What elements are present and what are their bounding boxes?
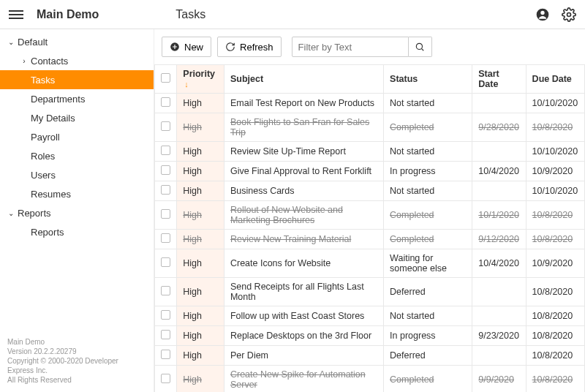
svg-point-1 xyxy=(540,10,544,14)
nav-item[interactable]: Departments xyxy=(0,89,154,108)
row-priority: High xyxy=(177,181,224,201)
row-checkbox-cell[interactable] xyxy=(155,162,177,181)
row-checkbox-cell[interactable] xyxy=(155,278,177,306)
checkbox-icon[interactable] xyxy=(161,121,170,131)
row-subject: Create New Spike for Automation Server xyxy=(224,366,383,393)
row-due-date: 10/8/2020 xyxy=(526,113,584,142)
filter-search-button[interactable] xyxy=(409,37,432,57)
gear-icon[interactable] xyxy=(562,7,576,22)
nav-item[interactable]: Tasks xyxy=(0,70,154,89)
checkbox-icon[interactable] xyxy=(161,310,170,320)
menu-toggle-icon[interactable] xyxy=(9,7,23,22)
new-button[interactable]: New xyxy=(162,37,211,57)
table-row[interactable]: HighPer DiemDeferred10/8/2020 xyxy=(155,346,585,366)
table-row[interactable]: HighReview New Training MaterialComplete… xyxy=(155,230,585,249)
row-checkbox-cell[interactable] xyxy=(155,201,177,230)
row-status: Waiting for someone else xyxy=(384,249,472,278)
nav-item[interactable]: ›Contacts xyxy=(0,51,154,70)
row-subject: Per Diem xyxy=(224,346,383,366)
col-start-date[interactable]: Start Date xyxy=(472,65,526,94)
table-row[interactable]: HighGive Final Approval to Rent Forklift… xyxy=(155,162,585,181)
col-status[interactable]: Status xyxy=(384,65,472,94)
row-start-date xyxy=(472,181,526,201)
row-status: Deferred xyxy=(384,346,472,366)
table-row[interactable]: HighRollout of New Website and Marketing… xyxy=(155,201,585,230)
row-due-date: 10/8/2020 xyxy=(526,366,584,393)
nav-item[interactable]: Payroll xyxy=(0,127,154,146)
nav-item[interactable]: Roles xyxy=(0,146,154,165)
nav-item-label: Reports xyxy=(31,227,64,238)
col-due-date[interactable]: Due Date xyxy=(526,65,584,94)
checkbox-icon[interactable] xyxy=(161,374,170,383)
col-priority[interactable]: Priority ↓ xyxy=(177,65,224,94)
row-start-date: 10/1/2020 xyxy=(472,201,526,230)
refresh-button[interactable]: Refresh xyxy=(217,37,282,57)
row-priority: High xyxy=(177,326,224,346)
plus-circle-icon xyxy=(170,42,180,52)
row-checkbox-cell[interactable] xyxy=(155,366,177,393)
table-row[interactable]: HighCreate Icons for WebsiteWaiting for … xyxy=(155,249,585,278)
search-icon xyxy=(415,42,425,52)
checkbox-icon[interactable] xyxy=(161,257,170,267)
row-status: Not started xyxy=(384,142,472,162)
checkbox-icon[interactable] xyxy=(161,185,170,195)
table-row[interactable]: HighCreate New Spike for Automation Serv… xyxy=(155,366,585,393)
footer-info: Main Demo Version 20.2.2.20279 Copyright… xyxy=(0,331,154,392)
col-checkbox[interactable] xyxy=(155,65,177,94)
row-subject: Send Receipts for all Flights Last Month xyxy=(224,278,383,306)
col-subject[interactable]: Subject xyxy=(224,65,383,94)
nav-item[interactable]: Reports xyxy=(0,222,154,241)
row-checkbox-cell[interactable] xyxy=(155,181,177,201)
row-status: Not started xyxy=(384,94,472,113)
nav-item[interactable]: Users xyxy=(0,165,154,184)
checkbox-icon[interactable] xyxy=(161,286,170,295)
new-label: New xyxy=(184,42,203,53)
row-checkbox-cell[interactable] xyxy=(155,113,177,142)
nav-item-label: Contacts xyxy=(31,56,68,67)
table-row[interactable]: HighEmail Test Report on New ProductsNot… xyxy=(155,94,585,113)
refresh-label: Refresh xyxy=(240,42,273,53)
table-row[interactable]: HighFollow up with East Coast StoresNot … xyxy=(155,306,585,326)
row-priority: High xyxy=(177,366,224,393)
checkbox-icon[interactable] xyxy=(161,233,170,243)
checkbox-icon[interactable] xyxy=(161,330,170,339)
checkbox-icon[interactable] xyxy=(161,97,170,107)
checkbox-icon[interactable] xyxy=(161,350,170,359)
nav-item-label: Roles xyxy=(31,151,55,162)
nav-group[interactable]: ⌄Reports xyxy=(0,203,154,222)
row-priority: High xyxy=(177,249,224,278)
row-start-date: 9/12/2020 xyxy=(472,230,526,249)
table-row[interactable]: HighReview Site Up-Time ReportNot starte… xyxy=(155,142,585,162)
nav-group[interactable]: ⌄Default xyxy=(0,32,154,51)
row-start-date: 9/23/2020 xyxy=(472,326,526,346)
table-row[interactable]: HighSend Receipts for all Flights Last M… xyxy=(155,278,585,306)
row-checkbox-cell[interactable] xyxy=(155,326,177,346)
table-row[interactable]: HighBusiness CardsNot started10/10/2020 xyxy=(155,181,585,201)
checkbox-icon[interactable] xyxy=(161,165,170,175)
user-icon[interactable] xyxy=(535,7,550,22)
row-subject: Review Site Up-Time Report xyxy=(224,142,383,162)
row-checkbox-cell[interactable] xyxy=(155,306,177,326)
row-checkbox-cell[interactable] xyxy=(155,249,177,278)
row-priority: High xyxy=(177,230,224,249)
footer-line2: Version 20.2.2.20279 xyxy=(7,347,146,356)
row-start-date: 10/4/2020 xyxy=(472,162,526,181)
row-checkbox-cell[interactable] xyxy=(155,142,177,162)
checkbox-icon[interactable] xyxy=(161,73,170,83)
row-checkbox-cell[interactable] xyxy=(155,346,177,366)
filter-input[interactable] xyxy=(292,37,409,57)
row-subject: Replace Desktops on the 3rd Floor xyxy=(224,326,383,346)
table-row[interactable]: HighReplace Desktops on the 3rd FloorIn … xyxy=(155,326,585,346)
row-subject: Email Test Report on New Products xyxy=(224,94,383,113)
checkbox-icon[interactable] xyxy=(161,209,170,219)
row-due-date: 10/10/2020 xyxy=(526,142,584,162)
nav-item[interactable]: My Details xyxy=(0,108,154,127)
row-checkbox-cell[interactable] xyxy=(155,230,177,249)
checkbox-icon[interactable] xyxy=(161,146,170,155)
nav-item[interactable]: Resumes xyxy=(0,184,154,203)
row-checkbox-cell[interactable] xyxy=(155,94,177,113)
table-row[interactable]: HighBook Flights to San Fran for Sales T… xyxy=(155,113,585,142)
row-start-date xyxy=(472,142,526,162)
row-priority: High xyxy=(177,113,224,142)
row-priority: High xyxy=(177,201,224,230)
